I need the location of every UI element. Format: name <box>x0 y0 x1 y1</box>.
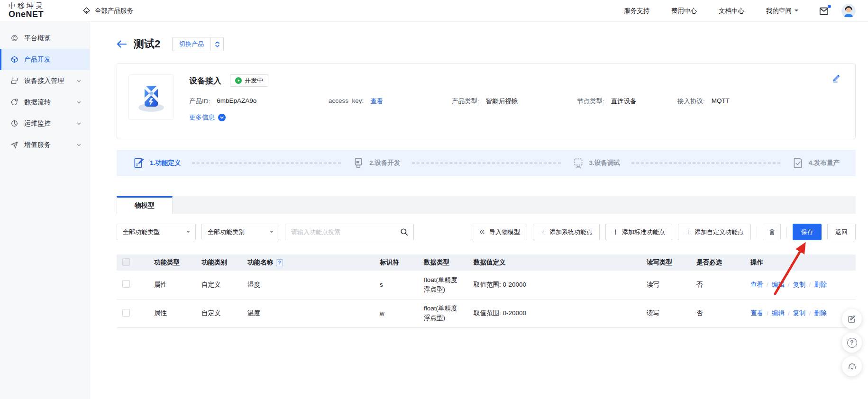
more-info-label: 更多信息 <box>189 113 215 122</box>
edit-product-button[interactable] <box>832 73 841 82</box>
main-content: 测试2 切换产品 <box>90 22 868 399</box>
field-product-type: 产品类型: 智能后视镜 <box>452 97 577 106</box>
step-device-debug[interactable]: 3.设备调试 <box>572 157 620 169</box>
copy-link[interactable]: 复制 <box>793 309 806 317</box>
select-all-checkbox[interactable] <box>122 258 130 266</box>
field-node-type: 节点类型: 直连设备 <box>577 97 677 106</box>
caret-down-icon <box>794 9 799 12</box>
paper-plane-icon <box>10 141 18 149</box>
sidebar-item-ops-monitoring[interactable]: 运维监控 <box>0 113 90 134</box>
question-icon: ? <box>847 338 857 348</box>
help-button[interactable]: ? <box>842 333 862 353</box>
product-name: 设备接入 <box>189 75 221 86</box>
add-system-point-button[interactable]: 添加系统功能点 <box>533 224 600 240</box>
edit-link[interactable]: 编辑 <box>772 309 785 317</box>
delete-selected-button[interactable] <box>763 224 781 240</box>
col-required: 是否必选 <box>696 254 750 271</box>
robot-icon <box>847 362 857 372</box>
toolbar: 全部功能类型 全部功能类别 导入物模型 <box>117 224 856 240</box>
sidebar-item-label: 产品开发 <box>24 55 51 64</box>
sidebar-item-label: 数据流转 <box>24 98 51 107</box>
diamond-icon <box>82 7 91 15</box>
sidebar-item-data-flow[interactable]: 数据流转 <box>0 91 90 113</box>
delete-link[interactable]: 删除 <box>814 281 827 289</box>
pencil-icon <box>832 73 841 82</box>
tab-strip: 物模型 <box>117 196 856 214</box>
play-circle-icon <box>235 77 242 84</box>
col-actions: 操作 <box>750 254 856 271</box>
save-button[interactable]: 保存 <box>793 224 822 240</box>
trash-icon <box>768 228 776 236</box>
onenet-logo: 中移坤灵 OneNET <box>9 2 71 19</box>
table-row: 属性 自定义 湿度 s float(单精度浮点型) 取值范围: 0-20000 … <box>117 271 856 299</box>
pencil-square-icon <box>847 314 857 324</box>
sidebar-item-label: 运维监控 <box>24 119 51 128</box>
plus-icon <box>540 229 546 235</box>
search-input[interactable] <box>291 228 400 236</box>
col-name: 功能名称 <box>247 258 273 267</box>
sidebar-item-product-dev[interactable]: 产品开发 <box>0 49 90 70</box>
caret-down-icon <box>186 230 191 234</box>
view-access-key-link[interactable]: 查看 <box>370 97 383 106</box>
device-dashed-icon <box>572 157 585 169</box>
feedback-button[interactable] <box>842 309 862 329</box>
function-category-select[interactable]: 全部功能类别 <box>201 224 279 240</box>
sidebar: 平台概览 产品开发 设备接入管理 数据流转 <box>0 22 90 399</box>
up-down-chevrons-icon <box>210 37 223 51</box>
view-link[interactable]: 查看 <box>750 309 763 317</box>
platform-overview-icon <box>10 34 18 42</box>
plus-icon <box>612 229 619 235</box>
edit-link[interactable]: 编辑 <box>772 281 785 289</box>
back-to-list-button[interactable]: 返回 <box>827 224 856 240</box>
nav-docs-center[interactable]: 文档中心 <box>719 7 744 15</box>
row-checkbox[interactable] <box>122 280 130 288</box>
help-icon[interactable]: ? <box>276 259 283 266</box>
col-value-def: 数据值定义 <box>474 254 647 271</box>
nav-service-support[interactable]: 服务支持 <box>624 7 649 15</box>
chevron-down-icon <box>77 80 81 82</box>
add-standard-point-label: 添加标准功能点 <box>622 228 665 236</box>
row-checkbox[interactable] <box>122 309 130 317</box>
field-protocol: 接入协议: MQTT <box>677 97 730 106</box>
switch-product-label: 切换产品 <box>173 40 210 48</box>
copy-link[interactable]: 复制 <box>793 281 806 289</box>
function-type-select[interactable]: 全部功能类型 <box>117 224 196 240</box>
step-release-production[interactable]: 4.发布量产 <box>792 157 840 169</box>
step-device-development[interactable]: 2.设备开发 <box>352 157 400 169</box>
status-badge: 开发中 <box>230 74 268 87</box>
add-standard-point-button[interactable]: 添加标准功能点 <box>605 224 672 240</box>
add-custom-point-button[interactable]: 添加自定义功能点 <box>678 224 751 240</box>
nav-my-space[interactable]: 我的空间 <box>766 7 799 15</box>
view-link[interactable]: 查看 <box>750 281 763 289</box>
col-category: 功能类别 <box>201 254 247 271</box>
col-rw-type: 读写类型 <box>647 254 696 271</box>
all-products-menu[interactable]: 全部产品服务 <box>82 7 133 15</box>
page-title: 测试2 <box>134 37 160 51</box>
caret-down-icon <box>269 230 274 234</box>
doc-pencil-icon <box>133 157 145 169</box>
delete-link[interactable]: 删除 <box>814 309 827 317</box>
sidebar-item-device-access[interactable]: 设备接入管理 <box>0 70 90 91</box>
back-button[interactable] <box>117 40 127 48</box>
more-info-toggle[interactable]: 更多信息 <box>189 113 226 122</box>
top-nav: 服务支持 费用中心 文档中心 我的空间 <box>624 7 799 15</box>
assistant-button[interactable] <box>842 356 862 376</box>
import-model-button[interactable]: 导入物模型 <box>472 224 527 240</box>
search-icon[interactable] <box>400 227 409 236</box>
user-avatar[interactable] <box>841 4 856 18</box>
sidebar-item-value-added[interactable]: 增值服务 <box>0 134 90 155</box>
step-function-definition[interactable]: 1.功能定义 <box>133 157 181 169</box>
nav-billing-center[interactable]: 费用中心 <box>671 7 697 15</box>
col-func-type: 功能类型 <box>154 254 201 271</box>
function-type-value: 全部功能类型 <box>123 228 160 236</box>
field-access-key: access_key: 查看 <box>329 97 452 106</box>
data-flow-icon <box>10 98 18 106</box>
field-product-id: 产品ID: 6mbEpAZA9o <box>189 97 329 106</box>
sidebar-item-platform-overview[interactable]: 平台概览 <box>0 27 90 49</box>
pie-chart-icon <box>10 119 18 127</box>
sidebar-item-label: 增值服务 <box>24 141 51 149</box>
chevron-down-icon <box>77 144 81 146</box>
messages-button[interactable] <box>819 6 829 16</box>
switch-product-button[interactable]: 切换产品 <box>172 37 224 51</box>
tab-thing-model[interactable]: 物模型 <box>117 196 173 214</box>
